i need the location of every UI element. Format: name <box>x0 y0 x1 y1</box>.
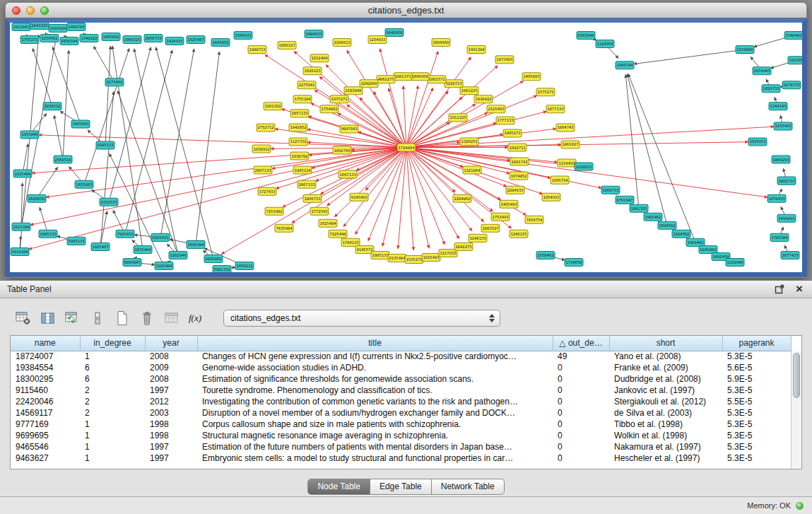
graph-node[interactable]: 1829733 <box>762 85 780 93</box>
graph-node[interactable]: 7635404 <box>275 224 293 232</box>
graph-node[interactable]: 6648950 <box>385 29 404 37</box>
column-header-short[interactable]: short <box>609 336 722 351</box>
show-columns-button[interactable] <box>39 309 57 327</box>
graph-node[interactable]: 1464793 <box>67 23 86 31</box>
graph-node[interactable]: 1724064 <box>397 144 416 151</box>
graph-node[interactable]: 2057133 <box>290 110 309 117</box>
close-panel-button[interactable]: × <box>794 284 805 295</box>
graph-node[interactable]: 1754062 <box>320 105 339 113</box>
graph-node[interactable]: 3220713 <box>445 80 463 88</box>
graph-node[interactable]: 1961304 <box>467 46 486 54</box>
minimize-window-button[interactable] <box>26 6 35 15</box>
tab-edge-table[interactable]: Edge Table <box>370 479 432 494</box>
graph-node[interactable]: 9145493 <box>350 193 368 201</box>
graph-node[interactable]: 1961325 <box>630 204 648 212</box>
close-window-button[interactable] <box>12 6 20 15</box>
graph-node[interactable]: 1248133 <box>469 234 487 242</box>
graph-node[interactable]: 1830912 <box>252 145 271 153</box>
graph-node[interactable]: 1082733 <box>777 177 796 185</box>
graph-node[interactable]: 1924502 <box>672 230 690 238</box>
graph-node[interactable]: 1764133 <box>341 238 360 246</box>
table-row[interactable]: 1830029562008Estimation of significance … <box>11 373 791 385</box>
graph-node[interactable]: 1973493 <box>495 56 514 64</box>
graph-node[interactable]: 1485083 <box>71 120 90 128</box>
graph-node[interactable]: 1248155 <box>510 230 528 238</box>
graph-node[interactable]: 1847133 <box>339 170 357 178</box>
table-settings-button[interactable] <box>14 309 33 327</box>
graph-node[interactable]: 1812404 <box>310 54 329 62</box>
graph-node[interactable]: 2275841 <box>298 81 316 89</box>
graph-node[interactable]: 1494293 <box>777 214 796 222</box>
graph-node[interactable]: 1564933 <box>234 32 252 40</box>
scrollbar-thumb[interactable] <box>793 353 800 398</box>
graph-node[interactable]: 1881362 <box>264 103 282 110</box>
graph-node[interactable]: 1961225 <box>460 87 478 95</box>
graph-node[interactable]: 1981371 <box>394 73 412 81</box>
graph-node[interactable]: 1424933 <box>165 37 184 45</box>
graph-node[interactable]: 2067133 <box>298 180 316 188</box>
graph-node[interactable]: 2560510 <box>54 156 72 163</box>
graph-node[interactable]: 1892711 <box>508 144 526 151</box>
graph-node[interactable]: 9152533 <box>100 198 118 206</box>
graph-node[interactable]: 1485493 <box>500 200 518 208</box>
graph-node[interactable]: 9097843 <box>340 125 358 133</box>
delete-column-button[interactable] <box>138 309 156 327</box>
graph-node[interactable]: 2242068 <box>360 80 378 88</box>
graph-node[interactable]: 1860127 <box>278 42 296 49</box>
graph-node[interactable]: 1540462 <box>784 32 802 40</box>
graph-node[interactable]: 1930422 <box>474 95 493 103</box>
graph-node[interactable]: 1064293 <box>772 156 790 163</box>
graph-node[interactable]: 1535271 <box>405 255 423 263</box>
graph-node[interactable]: 2183046 <box>344 87 363 95</box>
graph-node[interactable]: 2030510 <box>43 103 61 110</box>
table-row[interactable]: 911546021997Tourette syndrome. Phenomeno… <box>11 385 791 396</box>
graph-node[interactable]: 9245062 <box>204 255 223 262</box>
create-column-button[interactable] <box>113 309 131 327</box>
table-row[interactable]: 969969511998Structural magnetic resonanc… <box>11 430 791 441</box>
graph-node[interactable]: 1894562 <box>658 221 676 229</box>
graph-node[interactable]: 9119104 <box>11 247 29 255</box>
graph-node[interactable]: 4062275 <box>377 76 395 83</box>
graph-node[interactable]: 2275062 <box>105 78 124 86</box>
column-header-pagerank[interactable]: pagerank <box>722 336 791 351</box>
graph-node[interactable]: 7225440 <box>329 230 347 238</box>
graph-node[interactable]: 8135404 <box>388 254 406 262</box>
graph-node[interactable]: 1911225 <box>449 114 467 122</box>
graph-node[interactable]: 1643304 <box>187 240 205 248</box>
graph-node[interactable]: 1854933 <box>542 193 560 201</box>
graph-node[interactable]: 1664950 <box>432 39 450 47</box>
graph-node[interactable]: 2204933 <box>506 186 524 194</box>
graph-node[interactable]: 1677133 <box>546 105 565 113</box>
graph-node[interactable]: 1321064 <box>463 166 481 174</box>
graph-node[interactable]: 1734650 <box>565 258 583 266</box>
graph-node[interactable]: 2043325 <box>30 23 49 30</box>
column-header-name[interactable]: name <box>11 336 80 351</box>
graph-node[interactable]: 1905133 <box>371 251 389 259</box>
graph-node[interactable]: 1061627 <box>561 141 579 148</box>
graph-node[interactable]: 1326251 <box>460 138 478 146</box>
graph-node[interactable]: 1435493 <box>774 122 792 130</box>
graph-node[interactable]: 2204062 <box>453 194 471 202</box>
graph-node[interactable]: 1340222 <box>80 35 98 42</box>
graph-node[interactable]: 1485062 <box>102 33 120 41</box>
graph-node[interactable]: 1282946 <box>169 251 187 259</box>
graph-node[interactable]: 9105133 <box>96 141 114 149</box>
table-row[interactable]: 946554611997Estimation of the future num… <box>11 441 791 452</box>
graph-node[interactable]: 2056733 <box>144 35 163 42</box>
graph-node[interactable]: 1777133 <box>496 117 514 124</box>
graph-node[interactable]: 1905133 <box>39 230 57 238</box>
graph-node[interactable]: 1254933 <box>368 36 387 44</box>
graph-node[interactable]: 1905462 <box>644 213 662 221</box>
graph-node[interactable]: 1850212 <box>235 262 254 269</box>
graph-node[interactable]: 1755104 <box>293 95 312 103</box>
graph-node[interactable]: 1913304 <box>12 223 30 230</box>
graph-node[interactable]: 1925404 <box>155 262 173 269</box>
graph-node[interactable]: 5901332 <box>213 265 231 272</box>
graph-node[interactable]: 1895754 <box>551 176 569 184</box>
graph-node[interactable]: 1625404 <box>319 219 337 227</box>
table-row[interactable]: 977716911998Corpus callosum shape and si… <box>11 419 791 430</box>
graph-node[interactable]: 8163046 <box>577 32 595 40</box>
graph-node[interactable]: 1925487 <box>91 243 110 250</box>
graph-node[interactable]: 1869462 <box>686 238 705 246</box>
graph-node[interactable]: 1677433 <box>781 251 799 259</box>
